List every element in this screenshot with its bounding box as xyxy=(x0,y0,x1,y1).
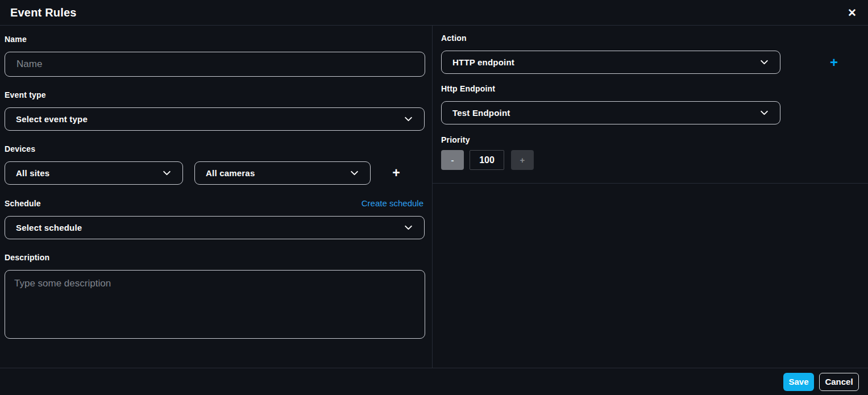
create-schedule-link[interactable]: Create schedule xyxy=(362,198,423,208)
description-textarea[interactable] xyxy=(5,270,425,339)
cameras-value: All cameras xyxy=(206,168,255,178)
chevron-down-icon xyxy=(350,168,359,178)
schedule-label: Schedule xyxy=(5,199,41,208)
plus-icon: + xyxy=(830,55,838,70)
dialog-header: Event Rules ✕ xyxy=(0,0,868,26)
schedule-select[interactable]: Select schedule xyxy=(5,216,425,239)
http-endpoint-select[interactable]: Test Endpoint xyxy=(441,101,780,124)
save-button[interactable]: Save xyxy=(783,373,814,391)
plus-icon: + xyxy=(520,155,525,165)
action-value: HTTP endpoint xyxy=(452,57,514,67)
dialog-title: Event Rules xyxy=(10,6,77,19)
action-label: Action xyxy=(441,34,868,43)
name-field-group: Name xyxy=(5,35,425,77)
priority-input[interactable] xyxy=(470,150,504,170)
chevron-down-icon xyxy=(404,114,413,124)
priority-increment-button[interactable]: + xyxy=(511,150,534,170)
chevron-down-icon xyxy=(162,168,172,178)
devices-label: Devices xyxy=(5,144,425,153)
chevron-down-icon xyxy=(404,223,413,232)
http-endpoint-value: Test Endpoint xyxy=(452,108,510,118)
priority-field-group: Priority - + xyxy=(441,135,868,170)
event-type-value: Select event type xyxy=(16,114,88,124)
priority-stepper: - + xyxy=(441,150,868,170)
http-endpoint-label: Http Endpoint xyxy=(441,84,868,93)
action-field-group: Action HTTP endpoint + xyxy=(441,34,868,74)
event-type-label: Event type xyxy=(5,90,425,99)
chevron-down-icon xyxy=(759,108,769,118)
cancel-button[interactable]: Cancel xyxy=(819,373,859,391)
devices-field-group: Devices All sites All cameras xyxy=(5,144,425,185)
add-action-button[interactable]: + xyxy=(830,56,838,69)
description-label: Description xyxy=(5,253,425,262)
name-label: Name xyxy=(5,35,425,44)
schedule-field-group: Schedule Create schedule Select schedule xyxy=(5,198,425,239)
minus-icon: - xyxy=(451,155,454,165)
http-endpoint-field-group: Http Endpoint Test Endpoint xyxy=(441,84,868,124)
action-section: Action HTTP endpoint + xyxy=(433,26,868,184)
event-type-select[interactable]: Select event type xyxy=(5,107,425,131)
priority-label: Priority xyxy=(441,135,868,144)
action-select[interactable]: HTTP endpoint xyxy=(441,51,780,74)
priority-decrement-button[interactable]: - xyxy=(441,150,464,170)
name-input[interactable] xyxy=(5,52,425,77)
event-rules-dialog: Event Rules ✕ Name Event type Select eve… xyxy=(0,0,868,395)
event-type-field-group: Event type Select event type xyxy=(5,90,425,131)
chevron-down-icon xyxy=(759,57,769,67)
sites-select[interactable]: All sites xyxy=(5,161,183,185)
description-field-group: Description xyxy=(5,253,425,341)
plus-icon: + xyxy=(392,165,400,180)
schedule-value: Select schedule xyxy=(16,223,82,232)
sites-value: All sites xyxy=(16,168,49,178)
add-device-button[interactable]: + xyxy=(384,167,408,180)
rule-settings-pane: Name Event type Select event type Device… xyxy=(0,26,433,368)
dialog-body: Name Event type Select event type Device… xyxy=(0,26,868,368)
cameras-select[interactable]: All cameras xyxy=(194,161,371,185)
dialog-footer: Save Cancel xyxy=(0,368,868,395)
close-icon[interactable]: ✕ xyxy=(846,6,858,19)
action-pane: Action HTTP endpoint + xyxy=(433,26,868,368)
